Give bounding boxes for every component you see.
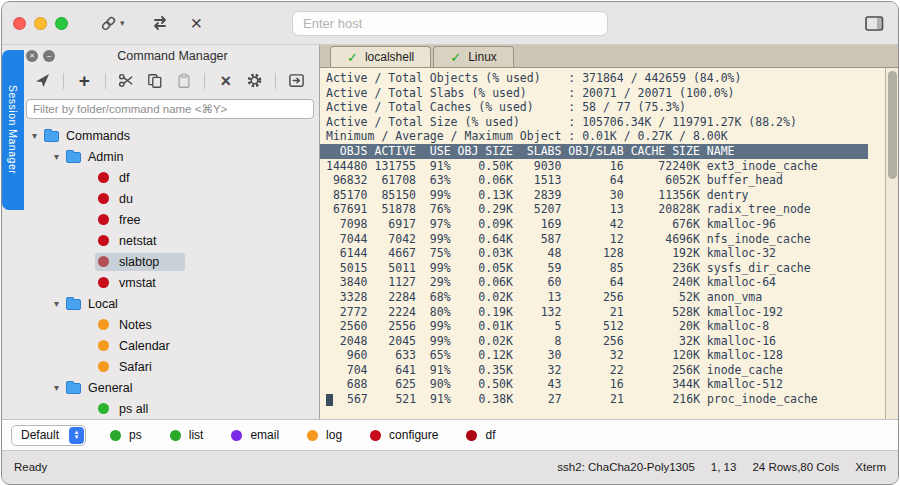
command-dot-icon: [98, 256, 109, 267]
stepper-icon[interactable]: ▲ ▼: [69, 427, 84, 444]
tree-row-content: Calendar: [98, 339, 170, 353]
status-cursor-position: 1, 13: [711, 461, 737, 473]
tab-localshell[interactable]: ✓localshell: [330, 46, 431, 67]
folder-icon: [44, 131, 59, 142]
command-button-log[interactable]: log: [307, 428, 342, 442]
command-dot-icon: [98, 403, 109, 414]
tree-folder-local[interactable]: ▾Local: [26, 293, 319, 314]
status-emulation: Xterm: [855, 461, 886, 473]
send-command-button[interactable]: [34, 72, 51, 89]
cut-button[interactable]: [118, 72, 135, 89]
terminal-table-header: OBJS ACTIVE USE OBJ SIZE SLABS OBJ/SLAB …: [320, 144, 868, 159]
terminal-summary-line: Active / Total Objects (% used) : 371864…: [326, 71, 882, 86]
zoom-window-button[interactable]: [55, 17, 68, 30]
command-button-df[interactable]: df: [466, 428, 495, 442]
traffic-lights: [13, 17, 68, 30]
command-dot-icon: [98, 214, 109, 225]
tree-command-df[interactable]: df: [26, 167, 319, 188]
send-icon: [34, 72, 51, 89]
expand-panel-button[interactable]: [288, 72, 305, 89]
tree-command-slabtop[interactable]: slabtop: [26, 251, 319, 272]
filter-input[interactable]: [26, 99, 314, 119]
tree-item-label: Notes: [119, 318, 152, 332]
command-tree: ▾Commands▾Admindfdufreenetstatslabtopvms…: [26, 123, 319, 419]
toolbar-separator: [105, 73, 106, 89]
close-window-button[interactable]: [13, 17, 26, 30]
terminal-tab-bar: ✓localshell✓Linux: [320, 45, 898, 68]
tree-row-content: vmstat: [98, 276, 156, 290]
tree-folder-general[interactable]: ▾General: [26, 377, 319, 398]
paste-button[interactable]: [175, 73, 192, 89]
tree-item-label: Admin: [88, 150, 123, 164]
top-toolbar: ▾ ×: [2, 2, 898, 45]
chevron-down-icon[interactable]: ▾: [54, 151, 66, 162]
command-button-list[interactable]: list: [170, 428, 204, 442]
sidebar-toggle-button[interactable]: [865, 15, 884, 32]
chevron-down-icon: ▾: [120, 18, 125, 28]
terminal-table-row: 2048 2045 99% 0.02K 8 256 32K kmalloc-16: [326, 334, 882, 349]
session-manager-tab[interactable]: Session Manager: [2, 50, 24, 210]
command-dot-icon: [110, 430, 121, 441]
terminal-table-row: 7044 7042 99% 0.64K 587 12 4696K nfs_ino…: [326, 232, 882, 247]
command-button-label: configure: [389, 428, 438, 442]
chevron-down-icon[interactable]: ▾: [54, 298, 66, 309]
tree-folder-commands[interactable]: ▾Commands: [26, 125, 319, 146]
main-content: × – Command Manager +: [2, 45, 898, 419]
command-dot-icon: [370, 430, 381, 441]
tree-command-calendar[interactable]: Calendar: [26, 335, 319, 356]
tree-command-netstat[interactable]: netstat: [26, 230, 319, 251]
terminal-table-row: 85170 85150 99% 0.13K 2839 30 11356K den…: [326, 188, 882, 203]
terminal-table-row: 67691 51878 76% 0.29K 5207 13 20828K rad…: [326, 202, 882, 217]
button-set-select[interactable]: Default ▲ ▼: [11, 425, 86, 446]
connect-button[interactable]: ▾: [100, 15, 125, 32]
tree-item-label: General: [88, 381, 132, 395]
terminal-table-row: 96832 61708 63% 0.06K 1513 64 6052K buff…: [326, 173, 882, 188]
tree-folder-admin[interactable]: ▾Admin: [26, 146, 319, 167]
settings-button[interactable]: [246, 72, 263, 89]
button-set-label: Default: [21, 428, 59, 442]
tree-command-safari[interactable]: Safari: [26, 356, 319, 377]
command-dot-icon: [98, 361, 109, 372]
tree-row-content: slabtop: [95, 253, 185, 271]
tree-item-label: netstat: [119, 234, 157, 248]
terminal-table-row: 5015 5011 99% 0.05K 59 85 236K sysfs_dir…: [326, 261, 882, 276]
disconnect-icon: ×: [191, 13, 203, 33]
tree-command-ps-all[interactable]: ps all: [26, 398, 319, 419]
tree-item-label: Commands: [66, 129, 130, 143]
command-dot-icon: [98, 340, 109, 351]
terminal-summary-line: Minimum / Average / Maximum Object : 0.0…: [326, 129, 882, 144]
disconnect-button[interactable]: ×: [191, 13, 203, 33]
tree-row-content: Safari: [98, 360, 152, 374]
app-window: ▾ × Session Manager × –: [1, 1, 899, 485]
terminal-screen[interactable]: Active / Total Objects (% used) : 371864…: [320, 68, 898, 419]
tree-command-free[interactable]: free: [26, 209, 319, 230]
reconnect-button[interactable]: [151, 14, 169, 32]
delete-command-button[interactable]: ×: [217, 72, 234, 90]
chevron-down-icon[interactable]: ▾: [54, 382, 66, 393]
command-button-configure[interactable]: configure: [370, 428, 438, 442]
tree-item-label: Local: [88, 297, 118, 311]
command-dot-icon: [170, 430, 181, 441]
folder-icon: [66, 152, 81, 163]
command-button-ps[interactable]: ps: [110, 428, 142, 442]
terminal-table-row: 3328 2284 68% 0.02K 13 256 52K anon_vma: [326, 290, 882, 305]
terminal-table-row: 3840 1127 29% 0.06K 60 64 240K kmalloc-6…: [326, 275, 882, 290]
copy-button[interactable]: [147, 73, 164, 89]
tab-linux[interactable]: ✓Linux: [433, 46, 514, 67]
tree-row-content: free: [98, 213, 141, 227]
tree-command-du[interactable]: du: [26, 188, 319, 209]
tree-row-content: ▾General: [54, 381, 132, 395]
terminal-scrollbar[interactable]: [885, 68, 898, 419]
chevron-down-icon[interactable]: ▾: [32, 130, 44, 141]
command-dot-icon: [98, 277, 109, 288]
copy-icon: [147, 73, 163, 89]
command-dot-icon: [98, 235, 109, 246]
host-input[interactable]: [292, 11, 608, 36]
minimize-window-button[interactable]: [34, 17, 47, 30]
tree-command-vmstat[interactable]: vmstat: [26, 272, 319, 293]
scrollbar-thumb[interactable]: [888, 71, 897, 179]
tree-command-notes[interactable]: Notes: [26, 314, 319, 335]
add-command-button[interactable]: +: [76, 71, 93, 90]
folder-icon: [66, 299, 81, 310]
command-button-email[interactable]: email: [231, 428, 279, 442]
